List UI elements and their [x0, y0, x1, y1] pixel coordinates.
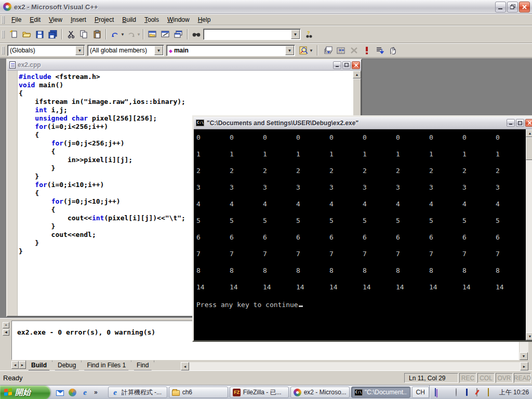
code-line: ifstream in("image.raw",ios::binary); — [19, 98, 352, 106]
new-file-icon[interactable] — [7, 28, 20, 41]
menu-window[interactable]: Window — [163, 15, 194, 25]
editor-minimize-button[interactable] — [333, 61, 341, 69]
function-combo[interactable]: ◆main ▼ — [166, 45, 295, 56]
console-icon: C:\ — [196, 119, 204, 126]
cut-icon[interactable] — [64, 28, 77, 41]
editor-selection-margin[interactable] — [7, 71, 18, 316]
build-window-icon[interactable] — [159, 28, 172, 41]
execute-program-icon[interactable] — [361, 44, 374, 57]
editor-maximize-button[interactable] — [342, 61, 351, 69]
visual-cpp-app-icon — [3, 3, 11, 11]
windows-flag-icon — [4, 388, 12, 396]
wizardbar-grip[interactable] — [2, 46, 6, 55]
members-combo-value[interactable]: (All global members) — [88, 47, 154, 54]
restore-button[interactable] — [507, 2, 518, 12]
paste-icon[interactable] — [90, 28, 103, 41]
class-combo-dropdown-icon[interactable]: ▼ — [75, 46, 84, 55]
scroll-left-icon[interactable]: ◄ — [181, 362, 189, 370]
taskbar-button-visual-cpp[interactable]: ex2 - Microso... — [290, 387, 350, 398]
find-combo-dropdown-icon[interactable]: ▼ — [291, 30, 300, 39]
redo-icon — [125, 28, 138, 41]
chevron-icon[interactable]: » — [93, 389, 99, 396]
console-close-icon[interactable] — [525, 119, 532, 127]
undo-icon[interactable] — [109, 28, 122, 41]
output-horizontal-scrollbar[interactable]: ◄ ► — [181, 362, 528, 370]
tab-scroll-right-icon[interactable]: ► — [19, 361, 26, 369]
scheduler-icon[interactable] — [456, 389, 463, 396]
save-all-icon[interactable] — [46, 28, 59, 41]
wizard-bar: (Globals) ▼ (All global members) ▼ ◆main… — [0, 43, 532, 58]
search-help-icon[interactable]: ? — [303, 28, 316, 41]
console-titlebar[interactable]: C:\ "C:\Documents and Settings\USER\Debu… — [194, 117, 532, 129]
taskbar-button-filezilla[interactable]: FZFileZilla - 已... — [230, 387, 289, 398]
media-player-icon[interactable] — [68, 388, 77, 397]
tab-debug[interactable]: Debug — [52, 361, 82, 370]
outlook-express-icon[interactable] — [56, 388, 64, 397]
workspace-toggle-icon[interactable] — [146, 28, 159, 41]
toggle-breakpoint-icon[interactable] — [387, 44, 400, 57]
console-output[interactable]: 0000000000111111111122222222223333333333… — [194, 129, 526, 340]
console-vertical-scrollbar[interactable]: ▲ ▼ — [526, 129, 532, 340]
language-bar[interactable]: CH — [412, 387, 429, 398]
cascade-windows-icon[interactable] — [172, 28, 185, 41]
class-combo-value[interactable]: (Globals) — [8, 47, 75, 54]
start-label: 開始 — [15, 388, 31, 397]
internet-explorer-icon[interactable]: e — [81, 388, 89, 397]
members-combo[interactable]: (All global members) ▼ — [87, 45, 164, 56]
menu-build[interactable]: Build — [118, 15, 140, 25]
tab-find[interactable]: Find — [131, 361, 154, 370]
compile-icon[interactable] — [322, 44, 335, 57]
copy-icon[interactable] — [77, 28, 90, 41]
menu-project[interactable]: Project — [90, 15, 118, 25]
scroll-down-icon[interactable]: ▼ — [526, 332, 532, 340]
members-combo-dropdown-icon[interactable]: ▼ — [154, 46, 163, 55]
scroll-up-icon[interactable]: ▲ — [526, 129, 532, 137]
function-combo-value[interactable]: ◆main — [167, 47, 285, 54]
tab-find-in-files-1[interactable]: Find in Files 1 — [81, 361, 131, 370]
menu-edit[interactable]: Edit — [25, 15, 45, 25]
wizardbar-actions-icon[interactable] — [297, 44, 310, 57]
open-file-icon[interactable] — [20, 28, 33, 41]
editor-close-icon[interactable] — [352, 61, 360, 69]
notes-icon[interactable] — [476, 389, 484, 396]
class-combo[interactable]: (Globals) ▼ — [7, 45, 85, 56]
go-icon[interactable] — [374, 44, 387, 57]
function-combo-dropdown-icon[interactable]: ▼ — [285, 46, 294, 55]
scroll-up-icon[interactable]: ▲ — [353, 71, 361, 78]
menu-view[interactable]: View — [45, 15, 66, 25]
output-dock-icon[interactable]: ◄ — [3, 329, 9, 336]
taskbar-button-ie-document[interactable]: e計算機程式 -... — [108, 387, 167, 398]
stop-build-icon — [348, 44, 361, 57]
wizardbar-actions-dropdown-icon[interactable]: ▼ — [309, 48, 313, 53]
start-button[interactable]: 開始 — [0, 385, 50, 399]
antivirus-icon[interactable] — [445, 389, 453, 396]
ime-tool-icon[interactable] — [487, 389, 495, 396]
taskbar-button-folder[interactable]: ch6 — [169, 387, 228, 398]
console-minimize-button[interactable] — [507, 119, 515, 127]
tab-scroll-left-icon[interactable]: ◄ — [11, 361, 19, 369]
console-maximize-button[interactable] — [516, 119, 524, 127]
menu-insert[interactable]: Insert — [66, 15, 90, 25]
minimize-button[interactable] — [495, 2, 506, 12]
menu-file[interactable]: File — [7, 15, 25, 25]
menu-tools[interactable]: Tools — [140, 15, 163, 25]
taskbar-button-console[interactable]: C:\"C:\Document... — [351, 387, 410, 398]
dictionary-icon[interactable] — [466, 389, 474, 396]
toolbar-grip[interactable] — [2, 30, 6, 38]
build-icon[interactable]: ++ — [335, 44, 348, 57]
find-in-files-icon[interactable] — [190, 28, 203, 41]
tab-build[interactable]: Build — [25, 361, 52, 370]
console-scroll-thumb[interactable] — [526, 137, 532, 160]
clock[interactable]: 上午 10:26 — [497, 388, 529, 397]
scroll-right-icon[interactable]: ► — [520, 362, 528, 370]
output-close-icon[interactable]: × — [3, 322, 9, 328]
save-icon[interactable] — [33, 28, 46, 41]
menu-help[interactable]: Help — [194, 15, 215, 25]
display-icon[interactable] — [435, 389, 443, 396]
scroll-down-icon[interactable]: ▼ — [520, 352, 528, 360]
close-icon[interactable] — [519, 2, 530, 12]
undo-dropdown-icon[interactable]: ▼ — [121, 32, 125, 37]
find-combo[interactable]: ▼ — [203, 29, 301, 40]
menu-grip[interactable] — [2, 16, 6, 24]
editor-titlebar[interactable]: ex2.cpp — [7, 60, 361, 71]
